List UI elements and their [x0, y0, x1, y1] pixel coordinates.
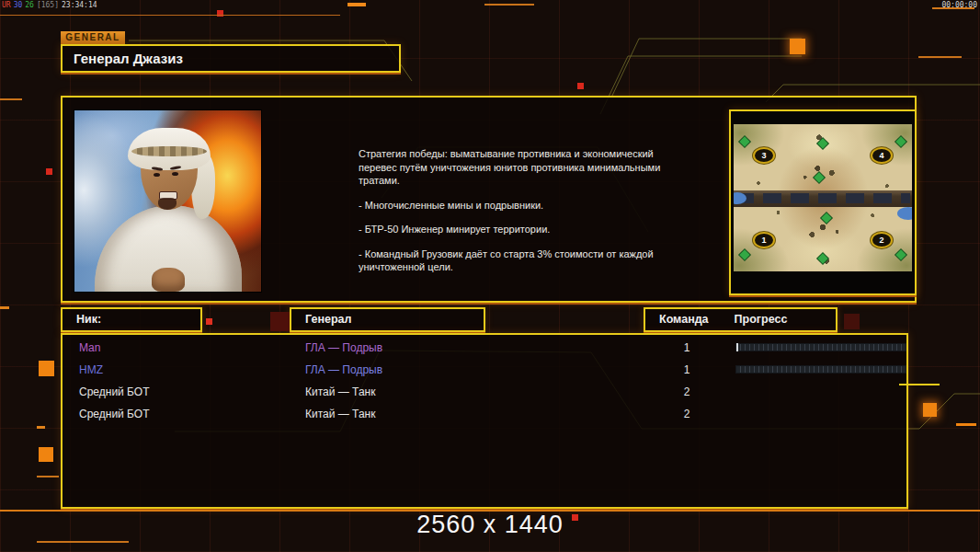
strategy-paragraph: - Многочисленные мины и подрывники. [359, 199, 662, 213]
decor-dash [956, 423, 976, 426]
header-team-progress: КомандаПрогресс [644, 307, 838, 332]
decor-dash [899, 384, 940, 385]
decor-dash [37, 426, 45, 429]
decor-dash [0, 306, 9, 309]
player-nick: HMZ [79, 363, 103, 376]
match-timer: 00:00:00 [941, 1, 977, 9]
decor-square [923, 403, 937, 417]
header-progress-label: Прогресс [709, 309, 788, 326]
decor-dash [0, 15, 340, 16]
strategy-text: Стратегия победы: выматывание противника… [359, 147, 662, 285]
player-general: Китай — Танк [305, 408, 375, 420]
resolution-label: 2560 x 1440 [0, 511, 980, 539]
player-team: 2 [678, 385, 695, 398]
decor-square [46, 168, 52, 175]
players-table: ManГЛА — Подрыв1HMZГЛА — Подрыв1Средний … [61, 333, 908, 509]
debug-token: [165] [37, 1, 59, 9]
strategy-paragraph: - Командный Грузовик даёт со старта 3% с… [359, 247, 662, 274]
general-tab: GENERAL [61, 31, 125, 44]
decor-square [844, 314, 860, 329]
player-general: ГЛА — Подрыв [305, 363, 382, 376]
decor-square [270, 312, 290, 331]
player-team: 1 [678, 363, 695, 376]
page-title: Генерал Джазиз [63, 46, 399, 66]
table-row: ManГЛА — Подрыв1 [63, 337, 906, 359]
player-nick: Средний БОТ [79, 408, 150, 420]
debug-token: 30 [14, 1, 23, 9]
debug-token: UR [2, 1, 11, 9]
decor-square [39, 447, 53, 462]
player-team: 1 [678, 341, 695, 354]
loading-screen: UR3026[165]23:34:14 00:00:00 GENERAL Ген… [0, 0, 980, 552]
strategy-paragraph: - БТР-50 Инженер минирует территории. [359, 223, 662, 236]
decor-square [39, 361, 54, 376]
player-nick: Средний БОТ [79, 385, 150, 398]
decor-dash [918, 56, 962, 58]
debug-token: 23:34:14 [62, 1, 97, 9]
progress-cursor [736, 343, 738, 351]
strategy-paragraph: Стратегия победы: выматывание противника… [359, 147, 662, 188]
header-team-label: Команда [645, 309, 709, 326]
start-position-marker: 1 [753, 232, 775, 248]
player-rows: ManГЛА — Подрыв1HMZГЛА — Подрыв1Средний … [63, 335, 906, 425]
debug-token: 26 [25, 1, 34, 9]
decor-square [577, 83, 584, 89]
portrait-art [74, 110, 261, 292]
progress-bar [735, 365, 906, 374]
progress-bar [735, 343, 906, 351]
decor-dash [37, 476, 59, 477]
general-portrait [74, 109, 262, 293]
decor-square [206, 318, 212, 325]
player-nick: Man [79, 341, 100, 354]
header-general: Генерал [290, 307, 485, 332]
header-nick: Ник: [61, 307, 202, 332]
decor-dash [484, 4, 534, 6]
map-road [734, 190, 912, 207]
table-row: Средний БОТКитай — Танк2 [63, 403, 906, 425]
minimap-terrain: 3412 [734, 124, 912, 271]
decor-square [790, 39, 805, 54]
decor-dash [348, 3, 366, 6]
general-info-panel: Стратегия победы: выматывание противника… [61, 96, 917, 303]
minimap: 3412 [729, 109, 917, 295]
map-water [897, 207, 912, 220]
decor-dash [0, 98, 22, 100]
general-title-box: Генерал Джазиз [61, 44, 401, 73]
start-position-marker: 3 [753, 147, 775, 164]
player-general: ГЛА — Подрыв [305, 341, 382, 354]
start-position-marker: 4 [871, 147, 893, 164]
decor-dash [37, 541, 129, 543]
debug-overlay: UR3026[165]23:34:14 [2, 1, 97, 9]
player-team: 2 [678, 408, 695, 420]
table-row: HMZГЛА — Подрыв1 [63, 359, 906, 381]
player-general: Китай — Танк [305, 385, 375, 398]
table-row: Средний БОТКитай — Танк2 [63, 381, 906, 403]
start-position-marker: 2 [871, 232, 893, 248]
